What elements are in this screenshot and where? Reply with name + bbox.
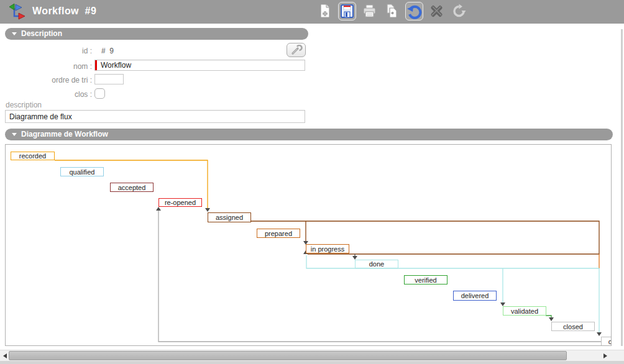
refresh-icon bbox=[451, 3, 467, 19]
new-item-button[interactable] bbox=[316, 2, 334, 20]
edit-tools-button[interactable] bbox=[287, 43, 306, 57]
workflow-state-done[interactable]: done bbox=[355, 260, 398, 268]
section-header-diagram[interactable]: Diagramme de Workflow bbox=[5, 129, 613, 140]
workflow-state-recorded[interactable]: recorded bbox=[11, 152, 55, 160]
new-document-icon bbox=[317, 3, 333, 19]
workflow-app-icon bbox=[8, 3, 25, 20]
vertical-scrollbar-track[interactable] bbox=[621, 29, 623, 346]
workflow-state-delivered[interactable]: delivered bbox=[453, 291, 497, 301]
id-label: id : bbox=[5, 47, 92, 55]
section-title: Description bbox=[21, 29, 62, 38]
workflow-state-validated[interactable]: validated bbox=[503, 306, 546, 316]
collapse-triangle-icon bbox=[12, 32, 17, 35]
print-button[interactable] bbox=[360, 2, 379, 20]
workflow-state-closed[interactable]: closed bbox=[551, 322, 595, 331]
undo-button[interactable] bbox=[405, 2, 423, 20]
workflow-state-in-progress[interactable]: in progress bbox=[306, 244, 349, 253]
ordre-de-tri-label: ordre de tri : bbox=[5, 76, 92, 84]
page-title: Workflow #9 bbox=[32, 6, 96, 17]
nom-label: nom : bbox=[5, 62, 92, 71]
horizontal-scrollbar-thumb[interactable] bbox=[9, 351, 567, 360]
arrow-right-icon bbox=[603, 353, 607, 358]
workflow-state-re-opened[interactable]: re-opened bbox=[158, 198, 202, 207]
clos-label: clos : bbox=[5, 90, 92, 99]
description-label: description bbox=[6, 101, 42, 109]
nom-input[interactable] bbox=[94, 60, 305, 71]
workflow-diagram-canvas[interactable]: recordedqualifiedacceptedre-openedassign… bbox=[5, 144, 612, 346]
save-floppy-icon bbox=[339, 3, 355, 19]
section-title: Diagramme de Workflow bbox=[21, 130, 108, 139]
workflow-state-accepted[interactable]: accepted bbox=[110, 183, 154, 192]
workflow-state-verified[interactable]: verified bbox=[404, 275, 447, 284]
workflow-state-prepared[interactable]: prepared bbox=[257, 229, 300, 238]
description-input[interactable] bbox=[5, 110, 305, 123]
title-bar: Workflow #9 bbox=[0, 0, 624, 24]
workflow-editor-window: Workflow #9 bbox=[0, 0, 624, 364]
printer-icon bbox=[362, 3, 377, 19]
scroll-right-button[interactable] bbox=[600, 350, 610, 361]
refresh-button[interactable] bbox=[450, 2, 468, 20]
delete-button[interactable] bbox=[428, 2, 446, 20]
workflow-state-assigned[interactable]: assigned bbox=[208, 212, 251, 222]
clos-checkbox[interactable] bbox=[94, 88, 105, 99]
window-bottom-strip bbox=[0, 361, 624, 364]
undo-arrow-icon bbox=[406, 3, 422, 19]
collapse-triangle-icon bbox=[12, 133, 17, 136]
ordre-de-tri-input[interactable] bbox=[94, 74, 124, 84]
workflow-state-cancelled[interactable]: cancelled bbox=[601, 337, 612, 346]
copy-icon bbox=[384, 3, 400, 19]
arrow-left-icon bbox=[3, 353, 7, 358]
toolbar bbox=[316, 2, 468, 22]
section-header-description[interactable]: Description bbox=[5, 28, 308, 40]
required-marker bbox=[95, 60, 97, 70]
id-value: # 9 bbox=[101, 47, 114, 55]
duplicate-button[interactable] bbox=[383, 2, 401, 20]
delete-x-icon bbox=[429, 3, 444, 19]
horizontal-scrollbar[interactable] bbox=[0, 350, 624, 361]
wrench-icon bbox=[290, 45, 303, 55]
save-button[interactable] bbox=[338, 2, 356, 20]
workflow-state-qualified[interactable]: qualified bbox=[60, 167, 104, 176]
